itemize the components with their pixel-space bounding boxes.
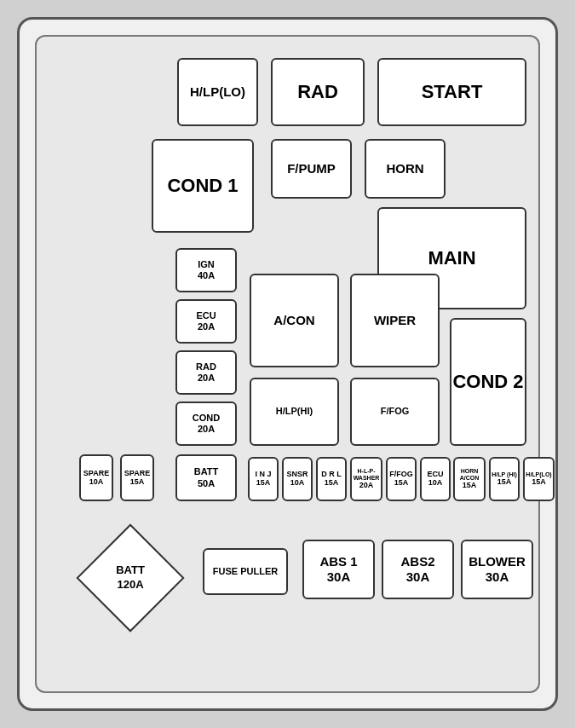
fuse-inj: I N J 15A <box>248 457 279 501</box>
fuse-spare10: SPARE 10A <box>79 454 113 501</box>
fuse-spare15: SPARE 15A <box>120 454 154 501</box>
fuse-drl: D R L 15A <box>316 457 347 501</box>
fuse-wiper: WIPER <box>350 274 440 367</box>
fuse-ecu10: ECU 10A <box>420 457 451 501</box>
fuse-batt120-container: BATT 120A <box>83 531 177 625</box>
fuse-blower: BLOWER 30A <box>461 540 533 599</box>
fuse-box-inner: H/LP(LO) RAD START COND 1 F/PUMP HORN MA… <box>35 35 540 693</box>
fuse-rad: RAD <box>271 58 365 126</box>
fuse-box-outer: H/LP(LO) RAD START COND 1 F/PUMP HORN MA… <box>17 17 558 711</box>
fuse-hlp-hi15: H/LP (HI) 15A <box>489 457 520 501</box>
fuse-abs2: ABS2 30A <box>382 540 454 599</box>
fuse-batt50: BATT 50A <box>175 454 237 501</box>
fuse-snsr: SNSR 10A <box>282 457 313 501</box>
fuse-batt120: BATT 120A <box>92 540 169 616</box>
fuse-rad20: RAD 20A <box>175 350 237 395</box>
fuse-horn-acon: HORN A/CON 15A <box>453 457 486 501</box>
fuse-ffog: F/FOG <box>350 378 440 446</box>
fuse-start: START <box>377 58 526 126</box>
fuse-abs1: ABS 1 30A <box>302 540 375 599</box>
fuse-ffog15: F/FOG 15A <box>386 457 417 501</box>
fuse-acon: A/CON <box>250 274 339 367</box>
fuse-ecu: ECU 20A <box>175 299 237 344</box>
fuse-hlp-washer: H-L-P-WASHER 20A <box>350 457 382 501</box>
fuse-hlp-lo: H/LP(LO) <box>177 58 258 126</box>
fuse-cond1: COND 1 <box>152 139 254 233</box>
fuse-horn: HORN <box>365 139 446 199</box>
fuse-ign: IGN 40A <box>175 248 237 292</box>
fuse-hlp-hi: H/LP(HI) <box>250 378 339 446</box>
fuse-hlp-lo15: H/LP(LO) 15A <box>523 457 555 501</box>
fuse-fpump: F/PUMP <box>271 139 352 199</box>
fuse-puller: FUSE PULLER <box>203 548 288 595</box>
fuse-cond2: COND 2 <box>450 318 526 446</box>
fuse-cond20: COND 20A <box>175 402 237 446</box>
